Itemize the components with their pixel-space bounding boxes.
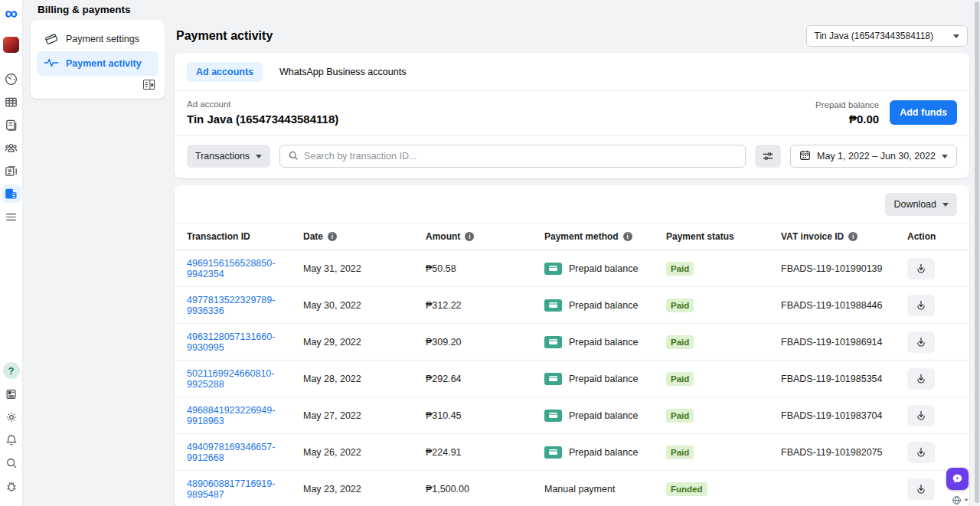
overview-icon[interactable] bbox=[2, 70, 21, 88]
prepaid-balance-label: Prepaid balance bbox=[815, 100, 879, 109]
payment-method-label: Prepaid balance bbox=[569, 337, 638, 348]
billing-sidebar: Payment settings Payment activity bbox=[31, 20, 165, 99]
column-header-label: Amount bbox=[426, 231, 460, 242]
transactions-type-dropdown[interactable]: Transactions bbox=[187, 145, 270, 168]
account-avatar[interactable] bbox=[3, 37, 19, 53]
sidebar-item-payment-settings[interactable]: Payment settings bbox=[37, 27, 158, 51]
download-invoice-button[interactable] bbox=[907, 442, 935, 463]
add-funds-button[interactable]: Add funds bbox=[890, 100, 957, 125]
ad-account-label: Ad account bbox=[187, 100, 338, 109]
all-tools-icon[interactable] bbox=[2, 207, 21, 226]
vat-invoice-cell: FBADS-119-101990139 bbox=[781, 263, 907, 274]
column-header: Date bbox=[303, 231, 426, 242]
date-cell: May 28, 2022 bbox=[303, 374, 426, 384]
payment-status-badge: Paid bbox=[666, 335, 694, 349]
help-icon[interactable] bbox=[3, 362, 20, 379]
table-row: 4963128057131660-9930995 May 29, 2022 ₱3… bbox=[175, 324, 969, 361]
column-header: Transaction ID bbox=[187, 231, 303, 242]
info-icon[interactable] bbox=[623, 232, 632, 241]
left-icon-rail: ∞ bbox=[0, 0, 23, 506]
billing-icon[interactable] bbox=[2, 184, 21, 203]
download-invoice-button[interactable] bbox=[907, 295, 935, 316]
chevron-down-icon bbox=[942, 155, 948, 158]
info-icon[interactable] bbox=[848, 232, 858, 241]
date-cell: May 29, 2022 bbox=[303, 337, 426, 348]
vertical-scrollbar[interactable] bbox=[975, 2, 979, 503]
calendar-icon bbox=[799, 149, 811, 163]
account-card: Ad accounts WhatsApp Business accounts A… bbox=[175, 53, 969, 178]
download-invoice-button[interactable] bbox=[907, 331, 935, 353]
prepaid-card-icon bbox=[544, 410, 562, 422]
vat-invoice-cell: FBADS-119-101985354 bbox=[781, 374, 907, 384]
tab-ad-accounts[interactable]: Ad accounts bbox=[187, 62, 263, 82]
column-header: Action bbox=[907, 231, 957, 242]
activity-pulse-icon bbox=[44, 57, 59, 71]
column-header-label: Payment method bbox=[544, 231, 619, 242]
download-invoice-button[interactable] bbox=[907, 258, 935, 279]
amount-cell: ₱309.20 bbox=[426, 337, 544, 348]
account-tabs: Ad accounts WhatsApp Business accounts bbox=[175, 53, 969, 90]
payment-method-label: Prepaid balance bbox=[569, 410, 638, 421]
transaction-id-link[interactable]: 4969156156528850-9942354 bbox=[187, 258, 275, 279]
payment-method-cell: Prepaid balance bbox=[544, 373, 666, 385]
collapse-sidebar-icon[interactable] bbox=[142, 79, 155, 93]
chevron-down-icon bbox=[964, 499, 969, 502]
transaction-id-link[interactable]: 4963128057131660-9930995 bbox=[187, 331, 275, 353]
transaction-id-link[interactable]: 4977813522329789-9936336 bbox=[187, 295, 275, 316]
audiences-icon[interactable] bbox=[2, 139, 21, 157]
account-selector-dropdown[interactable]: Tin Java (165473443584118) bbox=[806, 25, 968, 47]
column-header-label: Transaction ID bbox=[187, 231, 250, 242]
download-invoice-button[interactable] bbox=[907, 405, 935, 426]
payment-method-label: Prepaid balance bbox=[569, 374, 638, 384]
payment-method-label: Prepaid balance bbox=[569, 447, 638, 458]
transaction-id-link[interactable]: 4940978169346657-9912668 bbox=[187, 442, 275, 463]
globe-icon bbox=[952, 495, 962, 505]
pages-icon[interactable] bbox=[2, 116, 21, 134]
amount-cell: ₱1,500.00 bbox=[426, 484, 544, 495]
date-cell: May 30, 2022 bbox=[303, 300, 426, 311]
tab-whatsapp-business-accounts[interactable]: WhatsApp Business accounts bbox=[270, 62, 415, 82]
column-header: Payment status bbox=[666, 231, 781, 242]
search-icon[interactable] bbox=[2, 454, 21, 472]
language-selector[interactable] bbox=[952, 495, 969, 505]
billing-app: ∞ bbox=[0, 0, 980, 506]
date-range-dropdown[interactable]: May 1, 2022 – Jun 30, 2022 bbox=[790, 145, 957, 168]
payment-status-badge: Paid bbox=[666, 372, 694, 386]
transaction-id-link[interactable]: 4968841923226949-9918963 bbox=[187, 405, 275, 426]
prepaid-card-icon bbox=[544, 373, 562, 385]
settings-gear-icon[interactable] bbox=[2, 408, 21, 426]
info-icon[interactable] bbox=[465, 232, 474, 241]
date-range-value: May 1, 2022 – Jun 30, 2022 bbox=[817, 151, 936, 162]
sidebar-item-payment-activity[interactable]: Payment activity bbox=[37, 51, 158, 76]
filters-sliders-icon[interactable] bbox=[755, 145, 781, 168]
prepaid-card-icon bbox=[544, 446, 562, 459]
payment-status-badge: Paid bbox=[666, 446, 694, 459]
plan-table-icon[interactable] bbox=[2, 93, 21, 111]
updates-icon[interactable] bbox=[2, 385, 21, 403]
payment-method-cell: Prepaid balance bbox=[544, 446, 666, 459]
page-title: Payment activity bbox=[176, 29, 273, 43]
transaction-id-link[interactable]: 5021169924660810-9925288 bbox=[187, 368, 274, 390]
column-header-label: Action bbox=[907, 231, 936, 242]
vat-invoice-cell: FBADS-119-101983704 bbox=[781, 410, 907, 421]
info-icon[interactable] bbox=[328, 232, 337, 241]
ads-manager-icon[interactable] bbox=[2, 162, 21, 180]
prepaid-card-icon bbox=[544, 299, 562, 312]
search-icon bbox=[288, 150, 299, 163]
table-body: 4969156156528850-9942354 May 31, 2022 ₱5… bbox=[175, 250, 969, 506]
chat-support-button[interactable] bbox=[946, 468, 969, 490]
transaction-id-link[interactable]: 4890608817716919-9895487 bbox=[187, 478, 275, 500]
main-panel: Payment activity Tin Java (1654734435841… bbox=[175, 19, 969, 506]
date-cell: May 31, 2022 bbox=[303, 263, 426, 274]
download-dropdown[interactable]: Download bbox=[885, 193, 957, 216]
notifications-bell-icon[interactable] bbox=[2, 431, 21, 449]
prepaid-card-icon bbox=[544, 336, 562, 348]
download-invoice-button[interactable] bbox=[907, 368, 935, 390]
search-input[interactable] bbox=[304, 151, 737, 162]
meta-logo-icon[interactable]: ∞ bbox=[5, 5, 17, 21]
payment-method-label: Prepaid balance bbox=[569, 263, 638, 274]
download-invoice-button[interactable] bbox=[907, 478, 935, 500]
credit-card-icon bbox=[44, 31, 59, 47]
chevron-down-icon bbox=[942, 203, 949, 207]
report-bug-icon[interactable] bbox=[2, 477, 21, 495]
